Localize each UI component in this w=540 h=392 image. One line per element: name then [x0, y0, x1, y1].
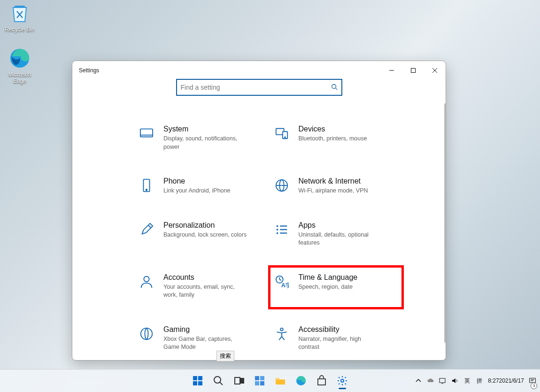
- settings-button[interactable]: [333, 371, 352, 390]
- svg-rect-47: [440, 378, 445, 383]
- category-network[interactable]: Network & Internet Wi-Fi, airplane mode,…: [273, 177, 394, 195]
- taskbar-center: [188, 369, 352, 392]
- category-apps[interactable]: Apps Uninstall, defaults, optional featu…: [273, 221, 394, 247]
- desktop-icon-edge[interactable]: Microsoft Edge: [2, 47, 38, 85]
- volume-icon[interactable]: [451, 369, 459, 392]
- clock[interactable]: 8:27 2021/6/17: [488, 369, 524, 392]
- svg-point-18: [276, 225, 278, 227]
- desktop-icon-recycle-bin[interactable]: Recycle Bin: [2, 2, 38, 33]
- svg-rect-40: [260, 376, 264, 380]
- svg-point-5: [332, 84, 336, 88]
- svg-rect-7: [140, 129, 153, 137]
- category-desc: Wi-Fi, airplane mode, VPN: [299, 187, 368, 195]
- edge-button[interactable]: [292, 371, 310, 390]
- titlebar[interactable]: Settings: [72, 61, 446, 80]
- globe-icon: [273, 177, 290, 194]
- taskbar-tooltip: 搜索: [216, 351, 234, 361]
- apps-icon: [273, 221, 290, 238]
- category-accessibility[interactable]: Accessibility Narrator, magnifier, high …: [273, 325, 394, 352]
- devices-icon: [273, 125, 290, 142]
- category-desc: Speech, region, date: [299, 283, 358, 292]
- svg-rect-32: [198, 376, 202, 380]
- category-title: Accounts: [163, 273, 248, 282]
- category-system[interactable]: System Display, sound, notifications, po…: [138, 125, 259, 151]
- accessibility-icon: [273, 325, 290, 342]
- svg-point-24: [144, 276, 149, 281]
- svg-point-30: [280, 328, 283, 331]
- svg-rect-2: [411, 69, 416, 73]
- category-title: Phone: [163, 177, 230, 185]
- svg-rect-41: [255, 381, 259, 385]
- file-explorer-button[interactable]: [271, 371, 290, 390]
- svg-line-27: [279, 279, 281, 280]
- category-personalization[interactable]: Personalization Background, lock screen,…: [138, 221, 259, 247]
- svg-rect-34: [198, 381, 202, 385]
- search-placeholder: Find a setting: [181, 84, 331, 91]
- system-tray: 英 拼 8:27 2021/6/17 3: [415, 369, 540, 392]
- phone-icon: [138, 177, 155, 194]
- desktop-icon-label: Microsoft Edge: [2, 71, 38, 85]
- svg-point-20: [276, 229, 278, 231]
- tray-chevron-up-icon[interactable]: [415, 369, 422, 392]
- start-button[interactable]: [188, 371, 207, 390]
- category-title: Accessibility: [299, 325, 383, 334]
- notifications-button[interactable]: 3: [529, 369, 536, 392]
- svg-line-17: [148, 225, 151, 228]
- category-desc: Narrator, magnifier, high contrast: [299, 335, 383, 352]
- clock-time: 8:27: [488, 377, 499, 384]
- category-time-language[interactable]: A字 Time & Language Speech, region, date: [273, 270, 399, 304]
- network-tray-icon[interactable]: [439, 369, 447, 392]
- svg-rect-49: [530, 378, 536, 383]
- category-title: System: [163, 125, 248, 133]
- taskbar-search-button[interactable]: [209, 371, 228, 390]
- task-view-button[interactable]: [230, 371, 248, 390]
- widgets-button[interactable]: [250, 371, 269, 390]
- category-title: Network & Internet: [299, 177, 368, 185]
- window-title: Settings: [79, 67, 99, 74]
- minimize-button[interactable]: [381, 63, 402, 78]
- category-desc: Background, lock screen, colors: [163, 231, 247, 239]
- edge-icon: [8, 47, 31, 69]
- svg-point-35: [214, 377, 221, 383]
- search-row: Find a setting: [72, 79, 446, 96]
- maximize-button[interactable]: [402, 63, 424, 78]
- scrollbar[interactable]: [444, 103, 446, 343]
- category-desc: Link your Android, iPhone: [163, 187, 230, 195]
- category-title: Devices: [299, 125, 367, 133]
- category-desc: Display, sound, notifications, power: [163, 135, 248, 151]
- svg-rect-42: [260, 381, 264, 385]
- ime-language[interactable]: 英: [463, 369, 471, 392]
- svg-point-11: [285, 137, 285, 138]
- clock-date: 2021/6/17: [499, 377, 524, 384]
- window-controls: [381, 63, 446, 78]
- category-title: Personalization: [163, 221, 247, 230]
- system-icon: [138, 125, 155, 142]
- svg-point-46: [341, 379, 344, 382]
- settings-content[interactable]: System Display, sound, notifications, po…: [72, 110, 446, 360]
- category-accounts[interactable]: Accounts Your accounts, email, sync, wor…: [138, 273, 259, 300]
- ime-mode[interactable]: 拼: [476, 369, 483, 392]
- svg-point-13: [146, 189, 147, 191]
- svg-rect-38: [241, 378, 244, 383]
- svg-rect-45: [318, 379, 325, 385]
- desktop-icon-label: Recycle Bin: [2, 26, 38, 33]
- category-devices[interactable]: Devices Bluetooth, printers, mouse: [273, 125, 394, 151]
- category-phone[interactable]: Phone Link your Android, iPhone: [138, 177, 259, 195]
- svg-rect-37: [235, 377, 240, 384]
- taskbar: 英 拼 8:27 2021/6/17 3: [0, 369, 540, 392]
- category-desc: Bluetooth, printers, mouse: [299, 135, 367, 143]
- category-gaming[interactable]: Gaming Xbox Game Bar, captures, Game Mod…: [138, 325, 259, 352]
- category-desc: Uninstall, defaults, optional features: [299, 231, 383, 247]
- store-button[interactable]: [312, 371, 331, 390]
- category-title: Apps: [299, 221, 383, 230]
- search-input[interactable]: Find a setting: [176, 79, 342, 96]
- category-title: Gaming: [163, 325, 248, 334]
- svg-rect-43: [276, 380, 285, 384]
- close-button[interactable]: [424, 63, 446, 78]
- onedrive-icon[interactable]: [427, 369, 434, 392]
- person-icon: [138, 273, 155, 290]
- svg-point-29: [141, 328, 152, 339]
- svg-rect-31: [193, 376, 197, 380]
- time-language-icon: A字: [273, 273, 290, 290]
- recycle-bin-icon: [8, 2, 31, 24]
